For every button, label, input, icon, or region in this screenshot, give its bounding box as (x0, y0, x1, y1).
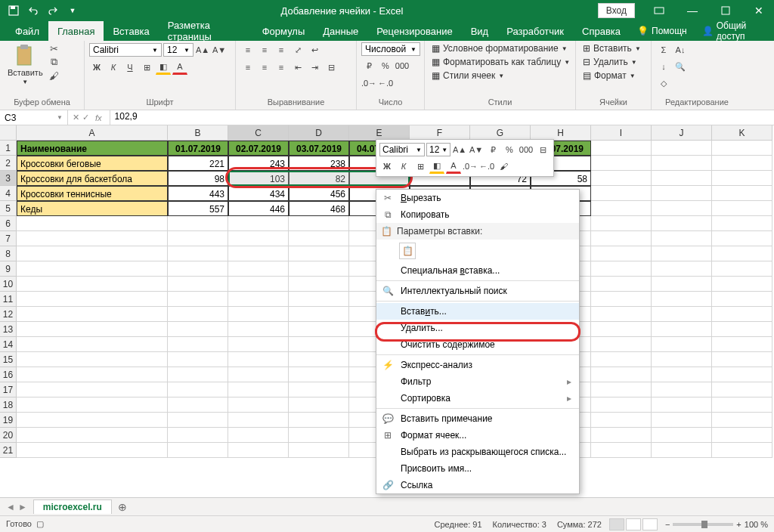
tab-data[interactable]: Данные (314, 21, 367, 41)
cell[interactable] (712, 428, 772, 443)
mini-dec-inc-icon[interactable]: .0→ (463, 159, 478, 174)
cell[interactable] (712, 201, 772, 216)
cell[interactable] (17, 216, 168, 231)
cell[interactable] (652, 397, 712, 413)
row-header-6[interactable]: 6 (0, 216, 17, 231)
fx-icon[interactable]: fx (92, 113, 105, 122)
menu-insert-comment[interactable]: 💬Вставить примечание (376, 410, 579, 427)
cell[interactable]: 243 (228, 156, 289, 171)
cell[interactable] (289, 337, 349, 352)
row-header-11[interactable]: 11 (0, 292, 17, 307)
conditional-formatting-button[interactable]: ▦Условное форматирование▼ (429, 42, 570, 54)
mini-dec-dec-icon[interactable]: ←.0 (479, 159, 494, 174)
cell[interactable]: 238 (289, 156, 349, 171)
select-all-corner[interactable] (0, 125, 17, 141)
cell[interactable] (591, 337, 652, 352)
cell[interactable] (652, 141, 712, 156)
cell[interactable] (712, 397, 772, 413)
cell[interactable]: 221 (168, 156, 228, 171)
cell[interactable] (17, 261, 168, 277)
mini-currency-icon[interactable]: ₽ (485, 142, 500, 157)
cell[interactable] (712, 261, 772, 277)
row-header-7[interactable]: 7 (0, 231, 17, 246)
cell[interactable] (652, 443, 712, 458)
cell[interactable] (168, 216, 228, 231)
tab-layout[interactable]: Разметка страницы (159, 21, 253, 41)
mini-percent-icon[interactable]: % (502, 142, 517, 157)
tab-file[interactable]: Файл (6, 21, 48, 41)
cell[interactable] (591, 141, 652, 156)
column-header-H[interactable]: H (531, 125, 591, 141)
cell[interactable]: Кроссовки теннисные (17, 186, 168, 201)
cell[interactable] (168, 277, 228, 292)
enter-formula-icon[interactable]: ✓ (82, 113, 89, 122)
cell[interactable] (591, 156, 652, 171)
cell[interactable] (289, 277, 349, 292)
paste-default-icon[interactable]: 📋 (399, 243, 416, 259)
cell[interactable] (228, 397, 289, 413)
tab-formulas[interactable]: Формулы (253, 21, 314, 41)
cell[interactable] (591, 322, 652, 337)
cell[interactable]: 02.07.2019 (228, 141, 289, 156)
font-color-icon[interactable]: A (172, 60, 187, 75)
tell-me[interactable]: 💡Помощн (630, 21, 695, 41)
cell[interactable] (168, 322, 228, 337)
cell[interactable] (591, 216, 652, 231)
insert-cells-button[interactable]: ⊞Вставить▼ (580, 42, 643, 54)
cell[interactable] (168, 307, 228, 322)
undo-icon[interactable] (24, 2, 42, 19)
row-header-12[interactable]: 12 (0, 307, 17, 322)
cell[interactable]: 443 (168, 186, 228, 201)
autosum-icon[interactable]: Σ (656, 42, 671, 57)
cell[interactable] (591, 443, 652, 458)
currency-icon[interactable]: ₽ (361, 58, 376, 73)
cell[interactable] (228, 382, 289, 397)
cell[interactable] (289, 367, 349, 382)
cell[interactable] (591, 382, 652, 397)
cell[interactable] (652, 171, 712, 186)
cell[interactable] (17, 246, 168, 261)
view-page-layout-icon[interactable] (626, 518, 641, 530)
tab-review[interactable]: Рецензирование (367, 21, 461, 41)
menu-filter[interactable]: Фильтр▸ (376, 373, 579, 390)
cell[interactable] (289, 382, 349, 397)
cell[interactable] (712, 277, 772, 292)
cell[interactable] (17, 367, 168, 382)
cell[interactable] (17, 277, 168, 292)
cell[interactable] (652, 352, 712, 367)
cell[interactable] (289, 352, 349, 367)
mini-font-color-icon[interactable]: A (446, 159, 461, 174)
cell[interactable] (652, 246, 712, 261)
increase-decimal-icon[interactable]: .0→ (361, 76, 376, 91)
column-header-K[interactable]: K (712, 125, 772, 141)
column-header-I[interactable]: I (591, 125, 652, 141)
row-header-15[interactable]: 15 (0, 352, 17, 367)
menu-insert[interactable]: Вставить... (376, 303, 579, 320)
menu-sort[interactable]: Сортировка▸ (376, 390, 579, 407)
align-middle-icon[interactable]: ≡ (257, 42, 272, 57)
column-header-B[interactable]: B (168, 125, 228, 141)
cell[interactable] (168, 367, 228, 382)
cell[interactable]: 82 (289, 171, 349, 186)
ribbon-display-icon[interactable] (644, 0, 674, 21)
cell[interactable]: 103 (228, 171, 289, 186)
font-name-combo[interactable]: Calibri▼ (89, 43, 162, 57)
mini-size-combo[interactable]: 12▼ (426, 143, 450, 156)
cell[interactable] (228, 443, 289, 458)
format-as-table-button[interactable]: ▦Форматировать как таблицу▼ (429, 56, 572, 68)
menu-quick-analysis[interactable]: ⚡Экспресс-анализ (376, 357, 579, 373)
row-header-21[interactable]: 21 (0, 443, 17, 458)
row-header-5[interactable]: 5 (0, 201, 17, 216)
delete-cells-button[interactable]: ⊟Удалить▼ (580, 56, 639, 68)
column-header-F[interactable]: F (410, 125, 470, 141)
cell[interactable] (591, 201, 652, 216)
cell[interactable] (712, 186, 772, 201)
cell[interactable] (17, 307, 168, 322)
mini-merge-icon[interactable]: ⊟ (535, 142, 550, 157)
cell[interactable] (168, 413, 228, 428)
paste-button[interactable]: Вставить ▼ (5, 42, 46, 87)
cell[interactable]: Кроссовки для баскетбола (17, 171, 168, 186)
qat-dropdown-icon[interactable]: ▼ (63, 2, 82, 19)
cell[interactable] (168, 397, 228, 413)
cell[interactable] (652, 156, 712, 171)
